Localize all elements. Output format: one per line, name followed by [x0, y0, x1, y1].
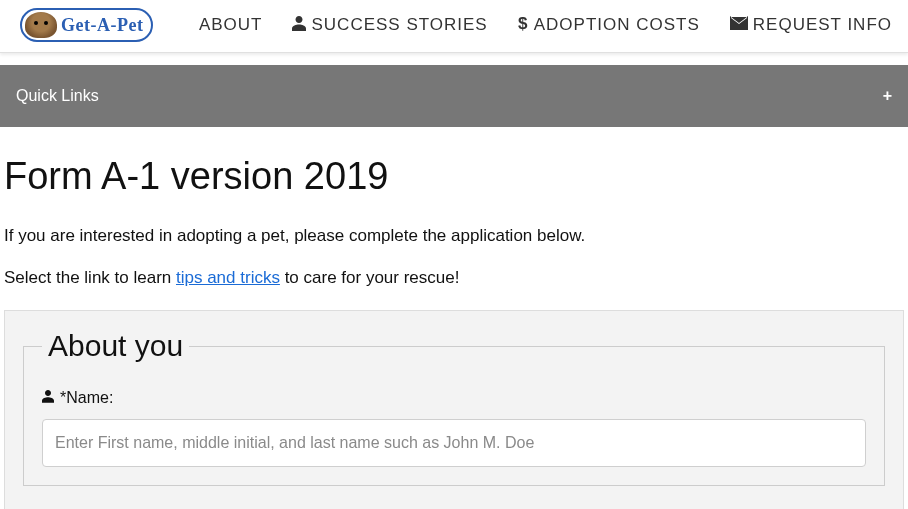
- brand-text: Get-A-Pet: [61, 15, 143, 36]
- person-icon: [292, 15, 306, 36]
- nav-success-stories[interactable]: SUCCESS STORIES: [292, 14, 487, 37]
- dollar-icon: $: [518, 14, 529, 37]
- nav-links: ABOUT SUCCESS STORIES $ ADOPTION COSTS R…: [199, 14, 892, 37]
- name-label-text: *Name:: [60, 389, 113, 407]
- nav-adoption-costs[interactable]: $ ADOPTION COSTS: [518, 14, 700, 37]
- plus-icon: +: [883, 87, 892, 105]
- dog-face-icon: [25, 12, 57, 38]
- name-label-row: *Name:: [42, 389, 113, 407]
- form-container: About you *Name:: [4, 310, 904, 509]
- page-title: Form A-1 version 2019: [4, 155, 904, 198]
- brand-logo[interactable]: Get-A-Pet: [20, 8, 153, 42]
- about-you-legend: About you: [42, 329, 189, 363]
- intro-paragraph-1: If you are interested in adopting a pet,…: [4, 226, 904, 246]
- nav-request-info[interactable]: REQUEST INFO: [730, 14, 892, 37]
- nav-request-label: REQUEST INFO: [753, 15, 892, 35]
- intro-paragraph-2: Select the link to learn tips and tricks…: [4, 268, 904, 288]
- nav-about-label: ABOUT: [199, 15, 263, 35]
- tips-and-tricks-link[interactable]: tips and tricks: [176, 268, 280, 287]
- quick-links-label: Quick Links: [16, 87, 99, 105]
- navbar: Get-A-Pet ABOUT SUCCESS STORIES $ ADOPTI…: [0, 0, 908, 53]
- about-you-fieldset: About you *Name:: [23, 329, 885, 486]
- person-icon: [42, 389, 54, 407]
- name-input[interactable]: [42, 419, 866, 467]
- intro2-post: to care for your rescue!: [280, 268, 460, 287]
- main-content: Form A-1 version 2019 If you are interes…: [0, 127, 908, 509]
- nav-success-label: SUCCESS STORIES: [311, 15, 487, 35]
- nav-costs-label: ADOPTION COSTS: [534, 15, 700, 35]
- quick-links-bar[interactable]: Quick Links +: [0, 65, 908, 127]
- envelope-icon: [730, 15, 748, 35]
- nav-about[interactable]: ABOUT: [199, 14, 263, 37]
- intro2-pre: Select the link to learn: [4, 268, 176, 287]
- svg-text:$: $: [518, 14, 528, 32]
